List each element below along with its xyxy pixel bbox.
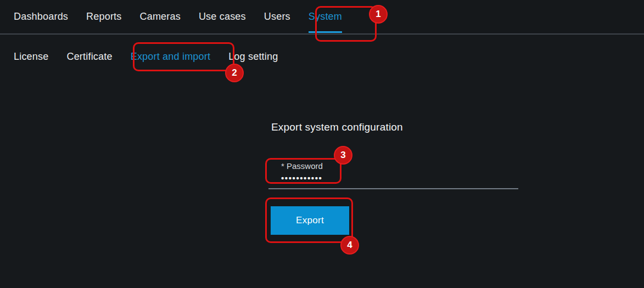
password-field-label: * Password — [281, 161, 323, 171]
password-input-underline — [268, 188, 518, 189]
tab-users[interactable]: Users — [264, 0, 290, 33]
subtab-certificate[interactable]: Certificate — [66, 51, 112, 63]
tab-reports[interactable]: Reports — [86, 0, 121, 33]
tab-dashboards[interactable]: Dashboards — [14, 0, 68, 33]
tab-cameras[interactable]: Cameras — [140, 0, 181, 33]
export-button[interactable]: Export — [271, 206, 349, 235]
subtab-log-setting[interactable]: Log setting — [228, 51, 278, 63]
top-navigation-bar: Dashboards Reports Cameras Use cases Use… — [0, 0, 644, 35]
page-title: Export system configuration — [271, 121, 403, 133]
password-input[interactable]: ••••••••••• — [281, 173, 322, 183]
system-sub-navigation: License Certificate Export and import Lo… — [0, 35, 644, 78]
subtab-export-and-import[interactable]: Export and import — [131, 51, 210, 63]
tab-use-cases[interactable]: Use cases — [199, 0, 246, 33]
annotation-badge-4: 4 — [340, 236, 359, 255]
subtab-license[interactable]: License — [14, 51, 48, 63]
annotation-badge-3: 3 — [334, 146, 352, 165]
tab-system[interactable]: System — [309, 0, 342, 33]
